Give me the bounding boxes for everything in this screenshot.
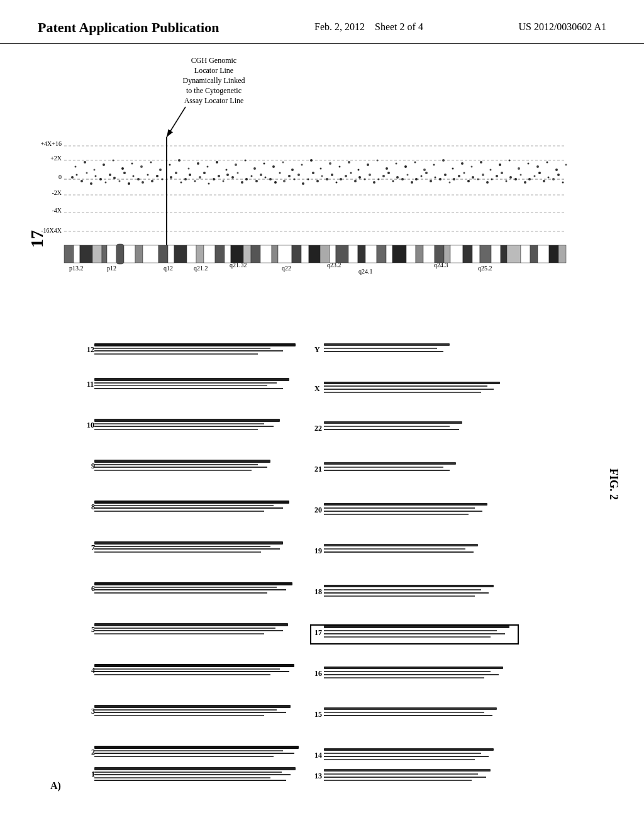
svg-rect-207 bbox=[530, 245, 538, 263]
chr10-label: 10 bbox=[87, 421, 94, 429]
svg-rect-282 bbox=[324, 592, 489, 594]
svg-rect-183 bbox=[301, 245, 309, 263]
svg-rect-257 bbox=[94, 774, 291, 775]
svg-rect-214 bbox=[94, 353, 258, 355]
svg-rect-198 bbox=[444, 245, 450, 263]
svg-rect-283 bbox=[324, 595, 475, 597]
svg-point-15 bbox=[137, 178, 140, 180]
svg-rect-261 bbox=[324, 348, 437, 349]
svg-point-80 bbox=[449, 181, 451, 183]
cyto-p13: p13.2 bbox=[69, 265, 84, 272]
svg-rect-239 bbox=[94, 623, 288, 626]
page-header: Patent Application Publication Feb. 2, 2… bbox=[0, 0, 644, 44]
svg-rect-251 bbox=[94, 746, 299, 749]
svg-point-54 bbox=[326, 178, 328, 180]
svg-point-148 bbox=[480, 161, 482, 163]
chr8-label: 8 bbox=[91, 502, 95, 511]
svg-rect-201 bbox=[472, 245, 480, 263]
svg-rect-194 bbox=[406, 245, 416, 263]
svg-point-93 bbox=[509, 176, 512, 179]
svg-point-122 bbox=[235, 163, 237, 166]
svg-rect-298 bbox=[324, 756, 489, 757]
svg-rect-185 bbox=[320, 245, 330, 263]
svg-rect-233 bbox=[94, 548, 280, 550]
svg-point-69 bbox=[396, 176, 399, 179]
svg-point-30 bbox=[213, 178, 215, 180]
svg-point-41 bbox=[265, 176, 267, 178]
svg-rect-260 bbox=[324, 343, 450, 346]
svg-rect-187 bbox=[336, 245, 348, 263]
svg-rect-176 bbox=[231, 245, 243, 263]
svg-point-71 bbox=[407, 174, 409, 175]
svg-point-129 bbox=[301, 163, 303, 165]
svg-point-135 bbox=[358, 169, 360, 170]
svg-rect-186 bbox=[330, 245, 336, 263]
chr3-label: 3 bbox=[91, 707, 95, 716]
svg-point-107 bbox=[94, 169, 96, 170]
svg-point-26 bbox=[194, 180, 196, 182]
svg-point-81 bbox=[453, 178, 455, 180]
svg-point-136 bbox=[367, 163, 369, 166]
svg-point-43 bbox=[274, 181, 277, 184]
svg-point-99 bbox=[538, 172, 541, 174]
svg-rect-206 bbox=[521, 245, 530, 263]
svg-point-11 bbox=[119, 180, 121, 182]
svg-point-40 bbox=[260, 174, 262, 176]
svg-point-50 bbox=[308, 178, 309, 180]
svg-point-157 bbox=[565, 163, 567, 165]
svg-rect-255 bbox=[94, 767, 296, 770]
chr2-label: 2 bbox=[91, 748, 95, 756]
svg-point-32 bbox=[223, 180, 225, 182]
svg-rect-204 bbox=[501, 245, 507, 263]
svg-rect-209 bbox=[549, 245, 558, 263]
svg-point-132 bbox=[329, 162, 331, 165]
svg-point-84 bbox=[467, 180, 470, 182]
svg-point-33 bbox=[226, 174, 229, 176]
svg-point-138 bbox=[386, 167, 388, 170]
chr22-label-right: 22 bbox=[314, 424, 322, 433]
svg-point-45 bbox=[283, 180, 286, 182]
svg-point-134 bbox=[348, 161, 350, 163]
cyto-q22: q22 bbox=[282, 265, 291, 272]
svg-point-72 bbox=[411, 181, 413, 184]
svg-rect-224 bbox=[94, 464, 258, 465]
cyto-q212: q21.2 bbox=[194, 265, 208, 272]
svg-rect-296 bbox=[324, 748, 494, 751]
svg-point-88 bbox=[486, 181, 489, 184]
svg-point-78 bbox=[439, 178, 441, 180]
svg-rect-190 bbox=[365, 245, 377, 263]
svg-rect-263 bbox=[324, 382, 500, 384]
svg-point-1 bbox=[71, 176, 74, 179]
cyto-q252: q25.2 bbox=[478, 265, 492, 272]
svg-rect-199 bbox=[450, 245, 463, 263]
svg-rect-203 bbox=[491, 245, 501, 263]
svg-rect-191 bbox=[377, 245, 386, 263]
svg-rect-230 bbox=[94, 511, 264, 512]
svg-point-152 bbox=[518, 167, 520, 170]
svg-point-128 bbox=[291, 169, 294, 171]
svg-rect-237 bbox=[94, 589, 286, 590]
svg-point-104 bbox=[562, 181, 564, 183]
svg-rect-254 bbox=[94, 756, 274, 757]
svg-rect-168 bbox=[158, 245, 168, 263]
svg-rect-293 bbox=[324, 707, 497, 710]
svg-rect-264 bbox=[324, 385, 487, 387]
svg-rect-294 bbox=[324, 712, 484, 713]
svg-rect-213 bbox=[94, 350, 283, 351]
svg-point-102 bbox=[552, 178, 555, 180]
svg-rect-215 bbox=[94, 378, 289, 381]
svg-point-82 bbox=[458, 175, 460, 177]
svg-rect-196 bbox=[423, 245, 435, 263]
svg-rect-227 bbox=[94, 501, 289, 504]
svg-rect-266 bbox=[324, 392, 481, 393]
svg-rect-167 bbox=[143, 245, 158, 263]
svg-rect-216 bbox=[94, 382, 277, 384]
svg-point-16 bbox=[142, 181, 144, 184]
svg-point-150 bbox=[499, 163, 501, 166]
svg-point-37 bbox=[245, 178, 248, 180]
chr7-label: 7 bbox=[91, 543, 95, 552]
svg-rect-302 bbox=[324, 777, 486, 778]
svg-point-13 bbox=[128, 182, 130, 185]
svg-point-97 bbox=[528, 178, 531, 180]
cgh-line1: CGH Genomic bbox=[191, 56, 236, 65]
